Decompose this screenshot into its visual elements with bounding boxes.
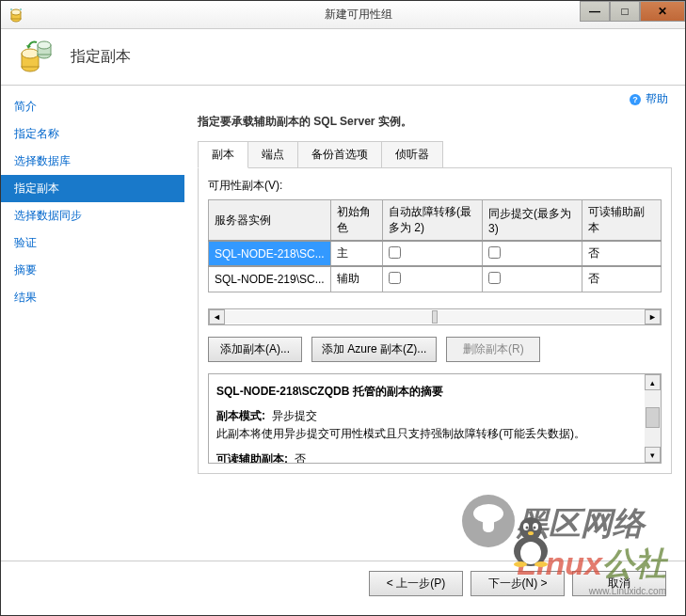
add-replica-button[interactable]: 添加副本(A)...: [208, 337, 302, 362]
svg-point-2: [11, 9, 21, 15]
titlebar: 新建可用性组 — □ ✕: [1, 1, 685, 29]
cell-server[interactable]: SQL-NODE-218\SC...: [209, 241, 331, 266]
footer: < 上一步(P) 下一步(N) > 取消: [1, 561, 685, 606]
replica-section-label: 可用性副本(V):: [208, 178, 662, 194]
cell-readable[interactable]: 否: [582, 266, 662, 292]
cell-readable[interactable]: 否: [582, 241, 662, 266]
col-readable[interactable]: 可读辅助副本: [582, 200, 662, 242]
horizontal-scrollbar[interactable]: ◄ ►: [208, 308, 662, 325]
cell-sync[interactable]: [483, 266, 582, 292]
minimize-button[interactable]: —: [580, 1, 610, 22]
sidebar-item-intro[interactable]: 简介: [1, 93, 184, 120]
col-failover[interactable]: 自动故障转移(最多为 2): [383, 200, 483, 242]
sync-checkbox[interactable]: [488, 272, 501, 284]
summary-mode: 副本模式: 异步提交 此副本将使用异步提交可用性模式且只支持强制故障转移(可能丢…: [216, 407, 653, 443]
svg-point-5: [22, 49, 39, 58]
tab-replica[interactable]: 副本: [198, 141, 248, 168]
summary-mode-label: 副本模式:: [216, 409, 265, 422]
button-row: 添加副本(A)... 添加 Azure 副本(Z)... 删除副本(R): [208, 337, 662, 362]
table-row[interactable]: SQL-NODE-218\SC... 主 否: [209, 241, 662, 266]
main-content: ? 帮助 指定要承载辅助副本的 SQL Server 实例。 副本 端点 备份首…: [184, 86, 685, 561]
summary-panel: SQL-NODE-218\SCZQDB 托管的副本的摘要 副本模式: 异步提交 …: [208, 373, 662, 464]
tab-content: 可用性副本(V): 服务器实例 初始角色 自动故障转移(最多为 2) 同步提交(…: [198, 168, 672, 474]
add-azure-button[interactable]: 添加 Azure 副本(Z)...: [311, 337, 437, 362]
summary-mode-desc: 此副本将使用异步提交可用性模式且只支持强制故障转移(可能丢失数据)。: [216, 427, 585, 440]
prev-button[interactable]: < 上一步(P): [369, 571, 463, 596]
page-header: 指定副本: [1, 29, 685, 86]
sidebar: 简介 指定名称 选择数据库 指定副本 选择数据同步 验证 摘要 结果: [1, 86, 184, 561]
tabs: 副本 端点 备份首选项 侦听器: [198, 141, 672, 168]
cell-failover[interactable]: [383, 241, 483, 266]
v-scroll-track[interactable]: [645, 390, 661, 447]
scroll-right-button[interactable]: ►: [645, 309, 661, 324]
sidebar-item-validate[interactable]: 验证: [1, 229, 184, 257]
summary-readable-label: 可读辅助副本:: [216, 452, 288, 464]
next-button[interactable]: 下一步(N) >: [471, 571, 565, 596]
summary-title: SQL-NODE-218\SCZQDB 托管的副本的摘要: [216, 384, 653, 400]
col-role[interactable]: 初始角色: [331, 200, 383, 242]
page-title: 指定副本: [71, 47, 131, 67]
maximize-button[interactable]: □: [610, 1, 640, 22]
replica-table: 服务器实例 初始角色 自动故障转移(最多为 2) 同步提交(最多为 3) 可读辅…: [208, 199, 662, 292]
cell-role: 辅助: [331, 266, 383, 292]
scroll-down-button[interactable]: ▾: [645, 447, 661, 463]
delete-replica-button: 删除副本(R): [446, 337, 540, 362]
table-row[interactable]: SQL-NODE-219\SC... 辅助 否: [209, 266, 662, 292]
failover-checkbox[interactable]: [389, 246, 401, 259]
svg-text:?: ?: [632, 95, 638, 104]
page-icon: [18, 40, 56, 74]
col-server[interactable]: 服务器实例: [209, 200, 331, 242]
app-icon: [8, 8, 24, 23]
scroll-left-button[interactable]: ◄: [209, 309, 225, 324]
tab-listener[interactable]: 侦听器: [381, 141, 443, 167]
cell-failover[interactable]: [383, 266, 483, 292]
tab-backup[interactable]: 备份首选项: [297, 141, 382, 167]
v-scroll-thumb[interactable]: [646, 407, 660, 428]
sidebar-item-sync[interactable]: 选择数据同步: [1, 202, 184, 229]
help-label: 帮助: [646, 91, 668, 107]
sidebar-item-replica[interactable]: 指定副本: [1, 175, 184, 202]
cell-server[interactable]: SQL-NODE-219\SC...: [209, 266, 331, 292]
help-link[interactable]: ? 帮助: [629, 91, 668, 107]
scroll-thumb[interactable]: [432, 310, 438, 324]
help-icon: ?: [629, 93, 642, 106]
summary-readable: 可读辅助副本: 否: [216, 450, 653, 464]
sidebar-item-result[interactable]: 结果: [1, 284, 184, 311]
scroll-track[interactable]: [225, 310, 645, 324]
failover-checkbox[interactable]: [389, 272, 401, 284]
svg-point-8: [38, 41, 51, 49]
cell-role: 主: [331, 241, 383, 266]
vertical-scrollbar[interactable]: ▴ ▾: [645, 374, 661, 463]
titlebar-controls: — □ ✕: [580, 1, 685, 22]
sidebar-item-name[interactable]: 指定名称: [1, 120, 184, 148]
scroll-up-button[interactable]: ▴: [645, 374, 661, 390]
cell-sync[interactable]: [483, 241, 582, 266]
summary-readable-value: 否: [295, 452, 306, 464]
sidebar-item-summary[interactable]: 摘要: [1, 257, 184, 284]
sync-checkbox[interactable]: [488, 246, 501, 259]
close-button[interactable]: ✕: [640, 1, 685, 22]
sidebar-item-select-db[interactable]: 选择数据库: [1, 148, 184, 175]
instruction-text: 指定要承载辅助副本的 SQL Server 实例。: [198, 114, 672, 130]
col-sync[interactable]: 同步提交(最多为 3): [483, 200, 582, 242]
tab-endpoint[interactable]: 端点: [247, 141, 298, 167]
summary-mode-value: 异步提交: [272, 409, 317, 422]
cancel-button[interactable]: 取消: [572, 571, 666, 596]
